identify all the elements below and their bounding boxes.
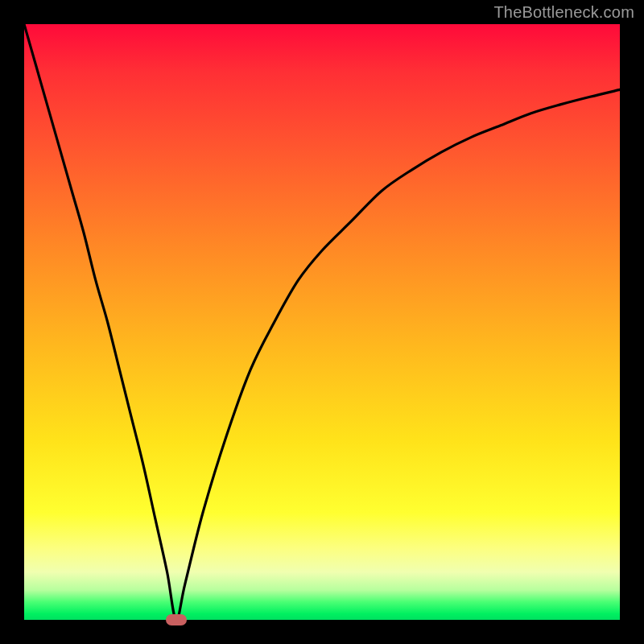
chart-plot-area [24, 24, 620, 620]
bottleneck-curve [24, 24, 620, 620]
optimal-point-marker [166, 614, 187, 625]
watermark-text: TheBottleneck.com [493, 3, 634, 22]
chart-frame: TheBottleneck.com [0, 0, 644, 644]
